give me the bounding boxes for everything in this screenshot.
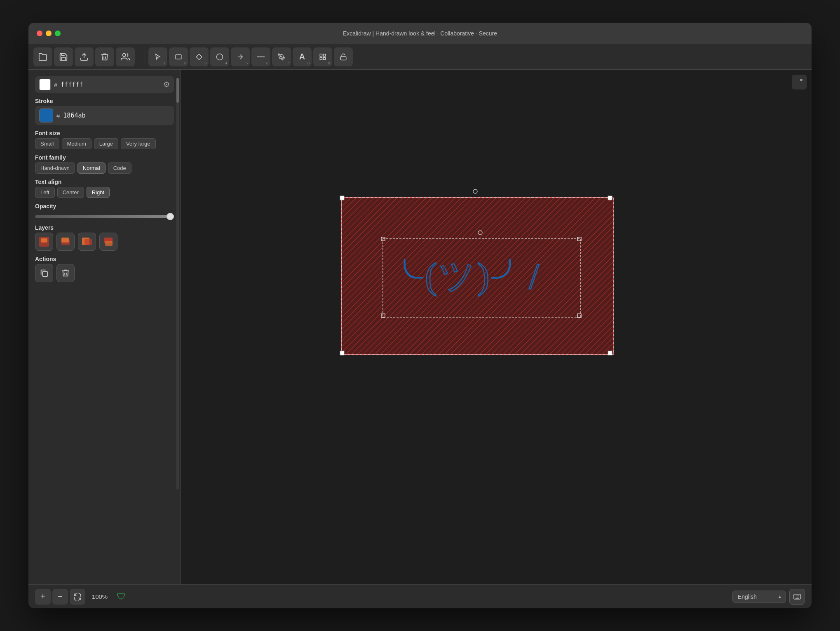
app-window: Excalidraw | Hand-drawn look & feel · Co… — [28, 23, 812, 608]
scrollbar-track — [176, 78, 179, 490]
canvas-svg: ╰(ツ)╯/ — [181, 70, 812, 584]
svg-rect-28 — [608, 196, 612, 200]
layers-section: Layers — [35, 224, 174, 251]
background-color-input[interactable] — [61, 81, 110, 88]
svg-rect-39 — [800, 79, 802, 81]
toolbar: 1 2 3 4 5 — [28, 44, 812, 70]
font-size-very-large[interactable]: Very large — [121, 138, 156, 149]
toolbar-divider — [145, 51, 145, 63]
stroke-section: Stroke # — [35, 98, 174, 125]
font-hand-drawn[interactable]: Hand-drawn — [35, 162, 75, 174]
zoom-label: 100% — [89, 593, 110, 600]
svg-rect-16 — [61, 238, 69, 243]
layers-label: Layers — [35, 224, 174, 231]
select-tool-number: 1 — [163, 61, 165, 65]
svg-text:╰(ツ)╯/: ╰(ツ)╯/ — [387, 256, 541, 296]
align-left[interactable]: Left — [35, 187, 55, 198]
zoom-out-button[interactable]: − — [52, 589, 68, 605]
font-size-options: Small Medium Large Very large — [35, 138, 174, 149]
text-align-options: Left Center Right — [35, 187, 174, 198]
svg-point-1 — [123, 53, 126, 56]
text-align-label: Text align — [35, 179, 174, 185]
text-align-section: Text align Left Center Right — [35, 179, 174, 198]
diamond-tool-number: 3 — [204, 61, 206, 65]
layer-btn-3[interactable] — [78, 233, 96, 251]
collab-button[interactable] — [116, 47, 135, 66]
language-select[interactable]: English Deutsch Español Français 日本語 — [732, 591, 786, 603]
svg-point-7 — [281, 56, 282, 57]
shield-icon: 🛡 — [117, 591, 126, 602]
canvas-area[interactable]: ╰(ツ)╯/ — [181, 70, 812, 584]
save-button[interactable] — [54, 47, 73, 66]
delete-button[interactable] — [95, 47, 114, 66]
font-size-section: Font size Small Medium Large Very large — [35, 130, 174, 149]
library-tool[interactable]: 9 — [313, 47, 332, 66]
pencil-tool[interactable]: 7 — [272, 47, 291, 66]
font-code[interactable]: Code — [108, 162, 131, 174]
background-color-row: # ⚙ — [35, 76, 174, 93]
opacity-section: Opacity — [35, 203, 174, 219]
ellipse-tool[interactable]: 4 — [210, 47, 229, 66]
trash-button[interactable] — [56, 264, 75, 282]
align-center[interactable]: Center — [57, 187, 84, 198]
arrow-tool[interactable]: 5 — [231, 47, 250, 66]
diamond-tool[interactable]: 3 — [190, 47, 209, 66]
keyboard-button[interactable] — [789, 589, 805, 605]
svg-rect-8 — [320, 54, 322, 56]
font-size-medium[interactable]: Medium — [62, 138, 92, 149]
font-family-options: Hand-drawn Normal Code — [35, 162, 174, 174]
corner-badge — [792, 75, 807, 89]
svg-rect-2 — [176, 54, 181, 59]
minimize-button[interactable] — [46, 31, 52, 36]
duplicate-button[interactable] — [35, 264, 53, 282]
language-select-container: English Deutsch Español Français 日本語 — [732, 591, 786, 603]
background-section: # ⚙ — [35, 76, 174, 93]
svg-rect-29 — [340, 351, 344, 355]
svg-rect-30 — [608, 351, 612, 355]
lock-tool[interactable] — [334, 47, 353, 66]
line-tool[interactable]: 6 — [251, 47, 270, 66]
settings-button[interactable]: ⚙ — [163, 80, 170, 89]
svg-point-31 — [473, 189, 477, 193]
export-button[interactable] — [75, 47, 94, 66]
actions-section: Actions — [35, 256, 174, 282]
close-button[interactable] — [37, 31, 42, 36]
window-controls — [37, 31, 61, 36]
opacity-slider[interactable] — [35, 215, 174, 218]
text-tool[interactable]: A 8 — [293, 47, 312, 66]
select-tool[interactable]: 1 — [148, 47, 167, 66]
sidebar: # ⚙ Stroke # Font size Small Me — [28, 70, 181, 584]
font-normal[interactable]: Normal — [77, 162, 106, 174]
actions-label: Actions — [35, 256, 174, 262]
scrollbar-thumb[interactable] — [176, 78, 179, 103]
zoom-in-button[interactable]: + — [35, 589, 51, 605]
arrow-tool-number: 5 — [246, 61, 248, 65]
align-right[interactable]: Right — [87, 187, 110, 198]
layer-btn-1[interactable] — [35, 233, 53, 251]
svg-rect-11 — [324, 57, 326, 59]
text-tool-icon: A — [299, 52, 305, 61]
layer-btn-4[interactable] — [99, 233, 117, 251]
open-button[interactable] — [33, 47, 52, 66]
maximize-button[interactable] — [55, 31, 61, 36]
opacity-slider-container — [35, 212, 174, 219]
layer-btn-2[interactable] — [56, 233, 75, 251]
background-color-swatch[interactable] — [39, 79, 51, 90]
svg-rect-9 — [324, 54, 326, 56]
svg-rect-10 — [320, 57, 322, 59]
font-size-label: Font size — [35, 130, 174, 137]
zoom-controls: + − 100% — [35, 589, 113, 605]
zoom-reset-button[interactable] — [70, 589, 85, 605]
svg-rect-27 — [340, 196, 344, 200]
font-size-large[interactable]: Large — [94, 138, 118, 149]
svg-rect-20 — [105, 241, 113, 246]
stroke-color-row: # — [35, 106, 174, 125]
background-hash: # — [54, 81, 57, 88]
layers-row — [35, 233, 174, 251]
font-size-small[interactable]: Small — [35, 138, 59, 149]
rectangle-tool[interactable]: 2 — [169, 47, 188, 66]
stroke-color-input[interactable] — [63, 112, 113, 119]
stroke-color-swatch[interactable] — [39, 108, 53, 122]
svg-point-4 — [217, 54, 223, 60]
svg-rect-12 — [340, 57, 346, 60]
